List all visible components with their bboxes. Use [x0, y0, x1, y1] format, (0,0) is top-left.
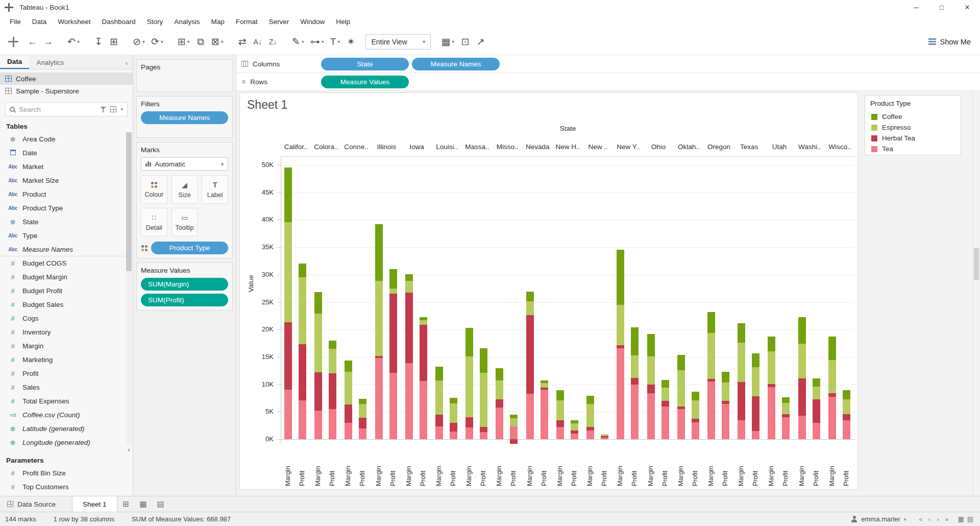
- bar-segment[interactable]: [828, 397, 836, 439]
- mark-type-dropdown[interactable]: Automatic ▾: [141, 157, 228, 171]
- forward-button[interactable]: →: [40, 32, 56, 52]
- view-as-grid-icon[interactable]: [110, 106, 116, 112]
- menu-dashboard[interactable]: Dashboard: [96, 18, 141, 26]
- bar-segment[interactable]: [480, 373, 487, 427]
- bar-segment[interactable]: [389, 269, 397, 289]
- undo-button[interactable]: ↶▾: [64, 32, 83, 52]
- parameter-item-profit-bin-size[interactable]: #Profit Bin Size: [0, 466, 133, 480]
- bar-segment[interactable]: [556, 400, 564, 421]
- bar-segment[interactable]: [692, 400, 699, 419]
- bar-segment[interactable]: [284, 168, 292, 222]
- bar-segment[interactable]: [450, 403, 457, 423]
- maximize-button[interactable]: □: [929, 0, 954, 15]
- fit-selector[interactable]: Entire View ▾: [365, 34, 431, 50]
- bar-segment[interactable]: [405, 281, 413, 293]
- bar-segment[interactable]: [768, 387, 775, 439]
- field-item-product-type[interactable]: AbcProduct Type: [0, 201, 133, 215]
- bar-segment[interactable]: [601, 438, 608, 439]
- legend-item-herbal-tea[interactable]: Herbal Tea: [865, 133, 961, 144]
- menu-help[interactable]: Help: [330, 18, 356, 26]
- menu-worksheet[interactable]: Worksheet: [52, 18, 96, 26]
- bar-segment[interactable]: [541, 388, 548, 390]
- bar-segment[interactable]: [450, 423, 457, 432]
- bar-segment[interactable]: [782, 417, 790, 439]
- bar-segment[interactable]: [752, 396, 760, 431]
- bar-segment[interactable]: [526, 394, 534, 439]
- bar-segment[interactable]: [526, 292, 534, 301]
- field-item-profit[interactable]: #Profit: [0, 367, 133, 380]
- next-sheet-button[interactable]: ›: [934, 515, 942, 523]
- field-item-type[interactable]: AbcType: [0, 229, 133, 243]
- marks-tooltip-button[interactable]: ▭Tooltip: [172, 208, 198, 236]
- bar-segment[interactable]: [480, 427, 487, 432]
- bar-segment[interactable]: [782, 414, 790, 417]
- new-worksheet-button[interactable]: ⊞▾: [175, 32, 193, 52]
- bar-segment[interactable]: [359, 428, 366, 439]
- tab-analytics[interactable]: Analytics: [29, 56, 71, 69]
- bar-segment[interactable]: [738, 323, 745, 343]
- menu-file[interactable]: File: [4, 18, 27, 26]
- bar-segment[interactable]: [677, 407, 685, 409]
- back-button[interactable]: ←: [24, 32, 40, 52]
- filter-fields-icon[interactable]: [100, 107, 106, 112]
- field-item-coffee-csv-count[interactable]: =#Coffee.csv (Count): [0, 408, 133, 422]
- bar-segment[interactable]: [617, 348, 624, 439]
- bar-segment[interactable]: [571, 420, 578, 423]
- legend-item-coffee[interactable]: Coffee: [865, 111, 961, 122]
- bar-segment[interactable]: [465, 417, 473, 427]
- user-menu[interactable]: emma.marler ▾: [846, 514, 911, 524]
- pill-measure-values[interactable]: Measure Values: [321, 76, 409, 88]
- bar-segment[interactable]: [405, 363, 413, 439]
- new-dashboard-button[interactable]: ▦: [135, 496, 152, 512]
- vertical-scrollbar[interactable]: [972, 91, 980, 496]
- bar-segment[interactable]: [510, 418, 518, 426]
- bar-segment[interactable]: [707, 381, 715, 439]
- bar-segment[interactable]: [798, 378, 806, 416]
- data-source-coffee[interactable]: Coffee: [0, 73, 133, 85]
- new-story-button[interactable]: ▤: [152, 496, 169, 512]
- field-item-cogs[interactable]: #Cogs: [0, 312, 133, 325]
- bar-segment[interactable]: [677, 355, 685, 370]
- bar-segment[interactable]: [299, 344, 306, 400]
- field-item-state[interactable]: ⊕State: [0, 215, 133, 229]
- bar-segment[interactable]: [752, 431, 760, 439]
- bar-segment[interactable]: [299, 400, 306, 439]
- fields-scrollbar-thumb[interactable]: [126, 132, 132, 271]
- bar-segment[interactable]: [768, 384, 775, 387]
- bar-segment[interactable]: [586, 431, 594, 439]
- bar-segment[interactable]: [631, 385, 639, 439]
- field-item-marketing[interactable]: #Marketing: [0, 353, 133, 367]
- bar-segment[interactable]: [677, 409, 685, 439]
- swap-rows-columns-button[interactable]: ⇄: [235, 32, 250, 52]
- bar-segment[interactable]: [738, 420, 745, 439]
- field-item-market[interactable]: AbcMarket: [0, 160, 133, 174]
- marks-size-button[interactable]: ◢Size: [172, 175, 198, 204]
- bar-segment[interactable]: [813, 378, 820, 387]
- tab-data[interactable]: Data: [0, 55, 29, 69]
- bar-segment[interactable]: [314, 372, 322, 411]
- pill-measure-names[interactable]: Measure Names: [412, 58, 500, 70]
- group-members-button[interactable]: ⊶▾: [307, 32, 327, 52]
- pill-sum-margin[interactable]: SUM(Margin): [141, 278, 228, 291]
- bar-segment[interactable]: [375, 281, 383, 356]
- field-item-measure-names[interactable]: AbcMeasure Names: [0, 243, 133, 256]
- measure-values-card[interactable]: Measure Values SUM(Margin) SUM(Profit): [136, 262, 233, 310]
- sort-descending-button[interactable]: Z↓: [265, 32, 281, 52]
- field-item-product[interactable]: AbcProduct: [0, 187, 133, 201]
- clear-sheet-button[interactable]: ⊠▾: [208, 32, 227, 52]
- field-item-total-expenses[interactable]: #Total Expenses: [0, 394, 133, 408]
- bar-segment[interactable]: [345, 361, 352, 371]
- bar-segment[interactable]: [843, 414, 850, 421]
- bar-segment[interactable]: [329, 349, 336, 373]
- bar-segment[interactable]: [798, 416, 806, 439]
- bar-segment[interactable]: [496, 408, 503, 439]
- data-source-superstore[interactable]: Sample - Superstore: [0, 85, 133, 97]
- bar-segment[interactable]: [496, 399, 503, 408]
- bar-segment[interactable]: [692, 419, 699, 422]
- bar-segment[interactable]: [420, 325, 427, 381]
- field-item-date[interactable]: Date: [0, 146, 133, 160]
- bar-segment[interactable]: [662, 407, 669, 439]
- bar-segment[interactable]: [480, 348, 487, 373]
- last-sheet-button[interactable]: »: [942, 515, 951, 523]
- bar-segment[interactable]: [782, 397, 790, 403]
